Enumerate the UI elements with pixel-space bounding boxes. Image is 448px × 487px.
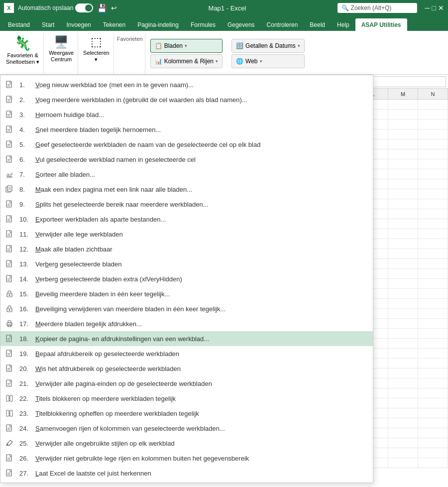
menu-item-24[interactable]: 24.Samenvoegen rijen of kolommen van ges… xyxy=(0,421,373,436)
tab-help[interactable]: Help xyxy=(331,18,355,31)
menu-item-17[interactable]: 17.Meerdere bladen tegelijk afdrukken... xyxy=(0,316,373,331)
cell-n31[interactable] xyxy=(418,398,448,408)
tab-pagina[interactable]: Pagina-indeling xyxy=(131,18,185,31)
cell-m8[interactable] xyxy=(388,169,418,179)
cell-m28[interactable] xyxy=(388,368,418,378)
cell-m2[interactable] xyxy=(388,110,418,119)
cell-n32[interactable] xyxy=(418,408,448,418)
cell-n25[interactable] xyxy=(418,339,448,348)
cell-m3[interactable] xyxy=(388,120,418,129)
cell-n33[interactable] xyxy=(418,418,448,428)
cell-n11[interactable] xyxy=(418,199,448,209)
menu-item-20[interactable]: 20.Wis het afdrukbereik op geselecteerde… xyxy=(0,361,373,376)
cell-m20[interactable] xyxy=(388,289,418,298)
kolommen-dropdown[interactable]: 📊 Kolommen & Rijen ▾ xyxy=(150,54,223,68)
cell-n37[interactable] xyxy=(418,458,448,468)
weergave-label[interactable]: Weergave xyxy=(49,50,74,56)
tab-asap[interactable]: ASAP Utilities xyxy=(355,18,407,31)
cell-n8[interactable] xyxy=(418,169,448,179)
menu-item-12[interactable]: 12.Maak alle bladen zichtbaar xyxy=(0,242,373,256)
cell-n22[interactable] xyxy=(418,309,448,318)
cell-m16[interactable] xyxy=(388,249,418,258)
cell-m31[interactable] xyxy=(388,398,418,408)
menu-item-25[interactable]: 25.Verwijder alle ongebruikte stijlen op… xyxy=(0,436,373,451)
menu-item-6[interactable]: 6.Vul geselecteerde werkblad namen in ge… xyxy=(0,152,373,167)
favorieten-label[interactable]: Favorieten & xyxy=(6,52,39,59)
tab-invoegen[interactable]: Invoegen xyxy=(60,18,97,31)
cell-m32[interactable] xyxy=(388,408,418,418)
cell-n9[interactable] xyxy=(418,179,448,189)
cell-m30[interactable] xyxy=(388,388,418,398)
col-header-m[interactable]: M xyxy=(388,89,418,100)
cell-m17[interactable] xyxy=(388,259,418,268)
cell-m10[interactable] xyxy=(388,189,418,199)
cell-m6[interactable] xyxy=(388,149,418,159)
tab-beeld[interactable]: Beeld xyxy=(304,18,331,31)
menu-item-11[interactable]: 11.Verwijder alle lege werkbladen xyxy=(0,227,373,242)
menu-item-1[interactable]: 1.Voeg nieuw werkblad toe (met een in te… xyxy=(0,77,373,92)
cell-m4[interactable] xyxy=(388,129,418,139)
cell-n1[interactable] xyxy=(418,100,448,109)
save-icon[interactable]: 💾 xyxy=(97,3,107,13)
cell-m37[interactable] xyxy=(388,458,418,468)
cell-n5[interactable] xyxy=(418,139,448,149)
cell-m33[interactable] xyxy=(388,418,418,428)
cell-m11[interactable] xyxy=(388,199,418,209)
tab-start[interactable]: Start xyxy=(36,18,60,31)
cell-m36[interactable] xyxy=(388,448,418,458)
cell-m25[interactable] xyxy=(388,339,418,348)
cell-n20[interactable] xyxy=(418,289,448,298)
cell-n19[interactable] xyxy=(418,279,448,288)
cell-n2[interactable] xyxy=(418,110,448,119)
menu-item-10[interactable]: 10.Exporteer werkbladen als aparte besta… xyxy=(0,212,373,227)
menu-item-19[interactable]: 19.Bepaal afdrukbereik op geselecteerde … xyxy=(0,346,373,361)
cell-n36[interactable] xyxy=(418,448,448,458)
cell-n24[interactable] xyxy=(418,329,448,338)
menu-item-8[interactable]: 8.Maak een index pagina met een link naa… xyxy=(0,182,373,197)
cell-n14[interactable] xyxy=(418,229,448,239)
selecteren-arrow[interactable]: ▾ xyxy=(83,56,110,63)
menu-item-27[interactable]: 27.Laat Excel de laatste cel juist herke… xyxy=(0,466,373,481)
bladen-dropdown[interactable]: 📋 Bladen ▾ xyxy=(150,39,223,53)
tab-controleren[interactable]: Controleren xyxy=(261,18,304,31)
maximize-btn[interactable]: □ xyxy=(432,4,436,12)
menu-item-23[interactable]: 23.Titelblokkering opheffen op meerdere … xyxy=(0,406,373,421)
centrum-label[interactable]: Centrum xyxy=(49,56,74,63)
menu-item-18[interactable]: 18.Kopieer de pagina- en afdrukinstellin… xyxy=(0,331,373,346)
sneltoetsen-label[interactable]: Sneltoetsen ▾ xyxy=(6,59,39,65)
menu-item-9[interactable]: 9.Splits het geselecteerde bereik naar m… xyxy=(0,197,373,212)
cell-n3[interactable] xyxy=(418,120,448,129)
cell-n12[interactable] xyxy=(418,209,448,219)
cell-n6[interactable] xyxy=(418,149,448,159)
cell-m18[interactable] xyxy=(388,269,418,278)
undo-icon[interactable]: ↩ xyxy=(111,4,117,12)
search-box[interactable]: 🔍 Zoeken (Alt+Q) xyxy=(337,3,417,13)
cell-m7[interactable] xyxy=(388,159,418,169)
cell-m35[interactable] xyxy=(388,438,418,448)
cell-m22[interactable] xyxy=(388,309,418,318)
cell-n15[interactable] xyxy=(418,239,448,248)
cell-m27[interactable] xyxy=(388,359,418,368)
menu-item-4[interactable]: 4.Snel meerdere bladen tegelijk hernoeme… xyxy=(0,122,373,137)
menu-item-5[interactable]: 5.Geef geselecteerde werkbladen de naam … xyxy=(0,137,373,152)
getallen-dropdown[interactable]: 🔢 Getallen & Datums ▾ xyxy=(231,39,305,53)
tab-tekenen[interactable]: Tekenen xyxy=(97,18,131,31)
cell-m21[interactable] xyxy=(388,299,418,308)
cell-n35[interactable] xyxy=(418,438,448,448)
tab-bestand[interactable]: Bestand xyxy=(2,18,36,31)
cell-n28[interactable] xyxy=(418,368,448,378)
menu-item-21[interactable]: 21.Verwijder alle pagina-einden op de ge… xyxy=(0,376,373,391)
cell-n30[interactable] xyxy=(418,388,448,398)
cell-n26[interactable] xyxy=(418,349,448,358)
menu-item-16[interactable]: 16.Beveiliging verwijderen van meerdere … xyxy=(0,301,373,316)
col-header-n[interactable]: N xyxy=(418,89,448,100)
cell-m9[interactable] xyxy=(388,179,418,189)
minimize-btn[interactable]: ─ xyxy=(425,4,430,12)
cell-n7[interactable] xyxy=(418,159,448,169)
cell-n29[interactable] xyxy=(418,378,448,388)
cell-m19[interactable] xyxy=(388,279,418,288)
cell-m29[interactable] xyxy=(388,378,418,388)
cell-n18[interactable] xyxy=(418,269,448,278)
cell-m14[interactable] xyxy=(388,229,418,239)
cell-m34[interactable] xyxy=(388,428,418,438)
